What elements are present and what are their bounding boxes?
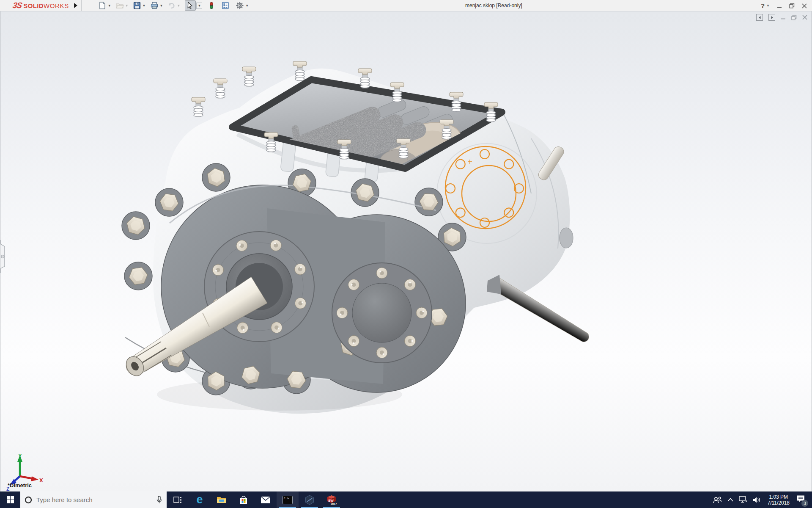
open-button[interactable]: ▼ xyxy=(114,0,130,11)
restore-button[interactable] xyxy=(789,3,795,8)
windows-logo-icon xyxy=(7,496,14,503)
volume-icon[interactable] xyxy=(753,497,761,503)
store-button[interactable] xyxy=(233,491,255,508)
select-cursor-icon xyxy=(187,2,194,9)
menu-flyout-button[interactable] xyxy=(71,0,80,11)
select-dropdown-caret[interactable]: ▼ xyxy=(196,3,202,9)
system-tray: 1:03 PM 7/11/2018 3 xyxy=(713,491,812,508)
edge-button[interactable]: e xyxy=(189,491,211,508)
select-tool-button[interactable] xyxy=(185,0,196,11)
task-view-button[interactable] xyxy=(167,491,189,508)
save-icon xyxy=(133,1,141,10)
notification-badge: 3 xyxy=(801,500,808,507)
sw-icon-year: 2017 xyxy=(331,502,337,505)
separator xyxy=(70,0,70,11)
sw-icon-label: SW xyxy=(328,499,334,502)
command-prompt-button[interactable]: C:\ xyxy=(277,491,299,508)
help-caret[interactable]: ▼ xyxy=(766,4,770,8)
microphone-icon[interactable] xyxy=(156,496,162,504)
triangle-left-icon xyxy=(758,16,762,19)
edge-icon: e xyxy=(196,494,203,505)
document-window-controls xyxy=(756,14,807,21)
doc-minimize-button[interactable] xyxy=(781,15,786,20)
doc-close-button[interactable] xyxy=(802,15,807,20)
dropdown-caret[interactable]: ▼ xyxy=(177,4,180,8)
new-document-button[interactable]: ▼ xyxy=(97,0,112,11)
dropdown-caret[interactable]: ▼ xyxy=(245,4,249,8)
doc-restore-button[interactable] xyxy=(791,15,797,20)
people-icon[interactable] xyxy=(713,496,722,504)
dropdown-caret[interactable]: ▼ xyxy=(143,4,146,8)
file-explorer-button[interactable] xyxy=(211,491,233,508)
search-input[interactable] xyxy=(36,496,152,503)
clock-time: 1:03 PM xyxy=(768,494,790,500)
save-button[interactable]: ▼ xyxy=(132,0,147,11)
store-icon xyxy=(239,495,248,505)
brand-bold: SOLID xyxy=(23,2,44,9)
taskbar-search[interactable] xyxy=(20,491,167,508)
task-view-icon xyxy=(173,496,182,504)
solidworks-2017-icon: SW 2017 xyxy=(326,494,337,505)
graphics-viewport[interactable]: Y X Z *Dimetric xyxy=(0,11,812,491)
rebuild-stoplight-icon xyxy=(208,1,214,10)
rebuild-button[interactable] xyxy=(207,0,216,11)
command-prompt-icon: C:\ xyxy=(283,496,293,504)
x-axis-arrow xyxy=(31,476,38,481)
start-button[interactable] xyxy=(0,491,20,508)
print-icon xyxy=(150,1,159,10)
windows-taskbar: e C:\ xyxy=(0,491,812,508)
minimize-button[interactable] xyxy=(777,3,782,8)
open-folder-icon xyxy=(115,1,124,10)
dropdown-caret[interactable]: ▼ xyxy=(125,4,129,8)
cortana-icon xyxy=(25,496,32,504)
new-document-icon xyxy=(98,1,107,10)
quick-toolbar: ▼ ▼ ▼ ▼ xyxy=(97,0,250,11)
brand-light: WORKS xyxy=(44,2,69,9)
solidworks-logo: 3S SOLID WORKS xyxy=(13,1,69,10)
file-properties-button[interactable] xyxy=(220,0,231,11)
hexagon-app-button[interactable] xyxy=(299,491,321,508)
file-explorer-icon xyxy=(217,496,227,504)
dropdown-caret[interactable]: ▼ xyxy=(160,4,163,8)
close-button[interactable] xyxy=(802,3,807,8)
file-properties-icon xyxy=(221,1,230,10)
options-button[interactable]: ▼ xyxy=(234,0,250,11)
titlebar: 3S SOLID WORKS ▼ ▼ ▼ xyxy=(0,0,812,11)
taskbar-clock[interactable]: 1:03 PM 7/11/2018 xyxy=(768,494,790,506)
action-center-button[interactable]: 3 xyxy=(796,495,805,505)
pane-left-button[interactable] xyxy=(756,14,763,21)
mail-icon xyxy=(261,496,271,504)
print-button[interactable]: ▼ xyxy=(149,0,165,11)
view-orientation-label: *Dimetric xyxy=(8,482,32,489)
side-boss xyxy=(560,228,573,248)
help-glyph: ? xyxy=(761,2,765,9)
brand-mark: 3S xyxy=(12,1,22,10)
options-gear-icon xyxy=(236,1,244,10)
right-bearing-cover xyxy=(332,263,432,363)
network-icon[interactable] xyxy=(739,496,747,503)
clock-date: 7/11/2018 xyxy=(768,500,790,506)
dropdown-caret[interactable]: ▼ xyxy=(108,4,111,8)
document-title: menjac sklop [Read-only] xyxy=(465,3,522,8)
hexagon-app-icon xyxy=(304,495,315,505)
flyout-arrow-icon xyxy=(74,3,77,8)
undo-icon xyxy=(167,1,176,10)
x-axis-label: X xyxy=(39,477,43,483)
undo-button[interactable]: ▼ xyxy=(166,0,181,11)
help-button[interactable]: ? ▼ xyxy=(761,2,770,9)
separator xyxy=(81,0,82,11)
solidworks-2017-button[interactable]: SW 2017 xyxy=(321,491,343,508)
triangle-right-icon xyxy=(770,16,774,19)
pane-right-button[interactable] xyxy=(768,14,775,21)
selector-shaft xyxy=(487,275,589,342)
y-axis-label: Y xyxy=(18,453,22,459)
hidden-icons-chevron[interactable] xyxy=(727,498,733,502)
gearbox-3d-model[interactable] xyxy=(0,11,812,491)
mail-button[interactable] xyxy=(255,491,277,508)
